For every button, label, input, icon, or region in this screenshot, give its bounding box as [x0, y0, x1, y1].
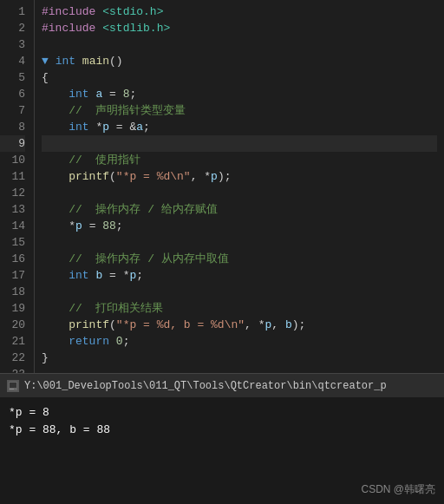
var-token: p	[264, 317, 271, 333]
var-token: a	[95, 86, 102, 102]
num-token: 0	[116, 333, 123, 350]
line-number: 20	[0, 317, 25, 333]
plain-token	[42, 267, 69, 284]
plain-token: }	[42, 350, 49, 366]
code-line: ▼ int main()	[42, 53, 437, 69]
code-line: int a = 8;	[42, 86, 437, 102]
var-token: b	[95, 267, 102, 284]
code-area: 1234567891011121314151617181920212223 #i…	[0, 0, 444, 373]
plain-token: ;	[129, 86, 136, 102]
fn-token: main	[82, 53, 109, 69]
code-line: printf("*p = %d\n", *p);	[42, 168, 437, 185]
arrow-token: ▼	[42, 53, 49, 69]
code-line: #include <stdio.h>	[42, 3, 437, 20]
line-number: 22	[0, 350, 25, 366]
plain-token	[42, 251, 69, 267]
plain-token	[75, 53, 82, 69]
cmt-token: // 操作内存 / 从内存中取值	[69, 251, 229, 267]
str-token: "*p = %d, b = %d\n"	[116, 317, 245, 333]
code-line	[42, 36, 437, 53]
code-content[interactable]: #include <stdio.h>#include <stdlib.h> ▼ …	[35, 0, 444, 373]
plain-token: );	[292, 317, 306, 333]
line-number: 6	[0, 86, 25, 102]
line-number: 5	[0, 69, 25, 86]
code-line: *p = 88;	[42, 218, 437, 234]
plain-token	[95, 20, 102, 36]
svg-rect-2	[10, 389, 14, 389]
line-numbers: 1234567891011121314151617181920212223	[0, 0, 35, 373]
line-number: 4	[0, 53, 25, 69]
line-number: 14	[0, 218, 25, 234]
code-line	[42, 284, 437, 300]
kw-token: int	[69, 86, 88, 102]
code-line: int b = *p;	[42, 267, 437, 284]
plain-token: = *	[102, 267, 129, 284]
plain-token: *	[42, 218, 75, 234]
line-number: 12	[0, 185, 25, 201]
code-line: // 声明指针类型变量	[42, 102, 437, 119]
var-token: b	[285, 317, 292, 333]
plain-token: , *	[191, 168, 211, 185]
cmt-token: // 声明指针类型变量	[69, 102, 186, 119]
line-number: 21	[0, 333, 25, 350]
kw2-token: #include	[42, 3, 95, 20]
plain-token: {	[42, 69, 49, 86]
var-token: a	[136, 119, 143, 135]
plain-token	[42, 102, 69, 119]
plain-token	[42, 119, 69, 135]
code-line	[42, 366, 437, 373]
plain-token	[42, 201, 69, 218]
kw-token: int	[69, 119, 88, 135]
code-line: // 使用指针	[42, 152, 437, 168]
hdr-token: <stdlib.h>	[102, 20, 170, 36]
plain-token	[42, 317, 69, 333]
line-number: 3	[0, 36, 25, 53]
code-line: #include <stdlib.h>	[42, 20, 437, 36]
plain-token: =	[82, 218, 102, 234]
plain-token: ;	[116, 218, 123, 234]
line-number: 23	[0, 366, 25, 373]
code-line	[42, 185, 437, 201]
plain-token	[89, 86, 96, 102]
kw2-token: #include	[42, 20, 95, 36]
cmt-token: // 使用指针	[69, 152, 140, 168]
line-number: 8	[0, 119, 25, 135]
cmt-token: // 操作内存 / 给内存赋值	[69, 201, 218, 218]
fn-token: printf	[69, 168, 109, 185]
plain-token	[95, 3, 102, 20]
plain-token: ;	[143, 119, 150, 135]
code-line: // 操作内存 / 给内存赋值	[42, 201, 437, 218]
plain-token: ;	[136, 267, 143, 284]
kw-token: int	[56, 53, 75, 69]
code-line	[42, 234, 437, 251]
code-editor: 1234567891011121314151617181920212223 #i…	[0, 0, 444, 373]
var-token: p	[102, 119, 109, 135]
var-token: p	[129, 267, 136, 284]
code-line: }	[42, 350, 437, 366]
line-number: 1	[0, 3, 25, 20]
str-token: "*p = %d\n"	[116, 168, 191, 185]
kw-token: int	[69, 267, 88, 284]
plain-token	[42, 333, 69, 350]
cmt-token: // 打印相关结果	[69, 300, 163, 317]
plain-token	[89, 267, 96, 284]
plain-token	[42, 300, 69, 317]
fn-token: printf	[69, 317, 109, 333]
plain-token: , *	[245, 317, 264, 333]
terminal-output-line: *p = 88, b = 88	[9, 422, 435, 439]
plain-token	[42, 168, 69, 185]
num-token: 88	[102, 218, 116, 234]
plain-token	[49, 53, 56, 69]
code-line: {	[42, 69, 437, 86]
plain-token: = &	[109, 119, 136, 135]
code-line	[42, 135, 437, 152]
terminal-path: Y:\001_DevelopTools\011_QT\Tools\QtCreat…	[24, 380, 387, 392]
plain-token: ,	[271, 317, 285, 333]
var-token: p	[211, 168, 218, 185]
plain-token: ;	[123, 333, 130, 350]
terminal-bar: Y:\001_DevelopTools\011_QT\Tools\QtCreat…	[0, 373, 444, 397]
line-number: 15	[0, 234, 25, 251]
code-line: // 打印相关结果	[42, 300, 437, 317]
plain-token: ()	[109, 53, 123, 69]
code-line: return 0;	[42, 333, 437, 350]
